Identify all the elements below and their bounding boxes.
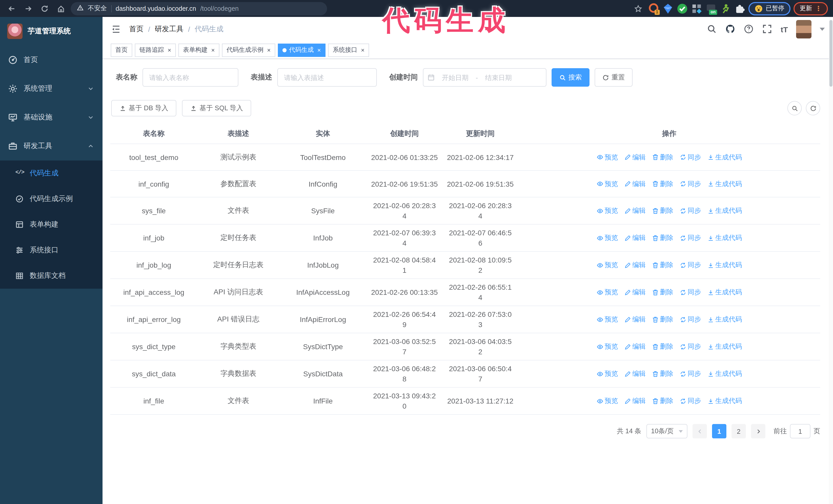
font-size-icon[interactable]: tT	[781, 25, 788, 33]
preview-link[interactable]: 预览	[596, 369, 618, 378]
extension-check-icon[interactable]	[677, 2, 688, 15]
generate-code-link[interactable]: 生成代码	[707, 206, 742, 215]
delete-link[interactable]: 删除	[652, 342, 673, 351]
sidebar-item-home[interactable]: 首页	[0, 46, 102, 74]
prev-page-button[interactable]	[693, 424, 707, 438]
tab-home[interactable]: 首页	[111, 43, 132, 57]
table-row[interactable]: inf_api_access_log API 访问日志表 InfApiAcces…	[110, 279, 820, 306]
sidebar-item-db-doc[interactable]: 数据库文档	[0, 263, 102, 289]
browser-update-pill[interactable]: 更新 ⋮	[793, 2, 828, 15]
table-row[interactable]: tool_test_demo 测试示例表 ToolTestDemo 2021-0…	[110, 144, 820, 171]
tab-codegen[interactable]: 代码生成 ×	[278, 43, 326, 57]
table-row[interactable]: sys_file 文件表 SysFile 2021-02-06 20:28:3 …	[110, 197, 820, 224]
generate-code-link[interactable]: 生成代码	[707, 288, 742, 297]
home-icon[interactable]	[54, 2, 68, 15]
close-icon[interactable]: ×	[317, 47, 321, 53]
extension-on-icon[interactable]: on	[705, 2, 717, 15]
forward-icon[interactable]	[22, 2, 35, 15]
sync-link[interactable]: 同步	[680, 261, 701, 270]
page-button-1[interactable]: 1	[712, 424, 727, 438]
edit-link[interactable]: 编辑	[624, 396, 646, 406]
page-scrollbar[interactable]	[829, 17, 833, 504]
delete-link[interactable]: 删除	[652, 288, 673, 297]
delete-link[interactable]: 删除	[652, 315, 673, 324]
delete-link[interactable]: 删除	[652, 179, 673, 188]
search-icon[interactable]	[707, 24, 717, 34]
table-name-input[interactable]	[143, 68, 238, 87]
edit-link[interactable]: 编辑	[624, 369, 646, 378]
scrollbar-thumb[interactable]	[829, 20, 832, 87]
delete-link[interactable]: 删除	[652, 206, 673, 215]
breadcrumb-devtools[interactable]: 研发工具	[155, 25, 184, 34]
start-date-input[interactable]	[437, 74, 474, 81]
sidebar-item-system[interactable]: 系统管理	[0, 74, 102, 103]
edit-link[interactable]: 编辑	[624, 233, 646, 242]
table-row[interactable]: sys_dict_data 字典数据表 SysDictData 2021-03-…	[110, 360, 820, 388]
edit-link[interactable]: 编辑	[624, 152, 646, 162]
tab-tracing[interactable]: 链路追踪 ×	[135, 43, 176, 57]
reset-button[interactable]: 重置	[595, 68, 633, 87]
import-db-button[interactable]: 基于 DB 导入	[111, 100, 176, 116]
table-row[interactable]: sys_dict_type 字典类型表 SysDictType 2021-03-…	[110, 333, 820, 360]
sync-link[interactable]: 同步	[680, 233, 701, 242]
goto-page-input[interactable]	[790, 424, 810, 438]
tab-form-builder[interactable]: 表单构建 ×	[178, 43, 219, 57]
extension-oclock-icon[interactable]: 1	[648, 2, 659, 15]
table-row[interactable]: inf_file 文件表 InfFile 2021-03-13 09:43:2 …	[110, 388, 820, 415]
preview-link[interactable]: 预览	[596, 179, 618, 188]
sync-link[interactable]: 同步	[680, 369, 701, 378]
preview-link[interactable]: 预览	[596, 288, 618, 297]
close-icon[interactable]: ×	[267, 47, 271, 53]
sync-link[interactable]: 同步	[680, 152, 701, 162]
reload-icon[interactable]	[38, 2, 51, 15]
preview-link[interactable]: 预览	[596, 261, 618, 270]
generate-code-link[interactable]: 生成代码	[707, 261, 742, 270]
sync-link[interactable]: 同步	[680, 179, 701, 188]
edit-link[interactable]: 编辑	[624, 261, 646, 270]
delete-link[interactable]: 删除	[652, 261, 673, 270]
bookmark-star-icon[interactable]	[632, 2, 645, 15]
preview-link[interactable]: 预览	[596, 206, 618, 215]
table-row[interactable]: inf_api_error_log API 错误日志 InfApiErrorLo…	[110, 306, 820, 333]
sidebar-item-infra[interactable]: 基础设施	[0, 103, 102, 132]
sync-link[interactable]: 同步	[680, 206, 701, 215]
address-bar[interactable]: 不安全 dashboard.yudao.iocoder.cn/tool/code…	[71, 2, 327, 15]
generate-code-link[interactable]: 生成代码	[707, 342, 742, 351]
avatar-caret-icon[interactable]	[820, 28, 825, 31]
generate-code-link[interactable]: 生成代码	[707, 315, 742, 324]
extension-grid-icon[interactable]	[691, 2, 702, 15]
sync-link[interactable]: 同步	[680, 288, 701, 297]
edit-link[interactable]: 编辑	[624, 206, 646, 215]
preview-link[interactable]: 预览	[596, 233, 618, 242]
table-row[interactable]: inf_job 定时任务表 InfJob 2021-02-07 06:39:3 …	[110, 224, 820, 252]
page-size-select[interactable]: 10条/页	[646, 424, 687, 438]
breadcrumb-home[interactable]: 首页	[129, 25, 144, 34]
generate-code-link[interactable]: 生成代码	[707, 369, 742, 378]
delete-link[interactable]: 删除	[652, 233, 673, 242]
tab-codegen-example[interactable]: 代码生成示例 ×	[222, 43, 275, 57]
sync-link[interactable]: 同步	[680, 315, 701, 324]
browser-menu-icon[interactable]: ⋮	[815, 5, 822, 12]
search-button[interactable]: 搜索	[552, 68, 590, 87]
extension-gem-icon[interactable]	[662, 2, 673, 15]
close-icon[interactable]: ×	[168, 47, 171, 53]
preview-link[interactable]: 预览	[596, 396, 618, 406]
recorder-paused-pill[interactable]: 已暂停	[748, 2, 790, 15]
edit-link[interactable]: 编辑	[624, 315, 646, 324]
close-icon[interactable]: ×	[361, 47, 364, 53]
edit-link[interactable]: 编辑	[624, 342, 646, 351]
generate-code-link[interactable]: 生成代码	[707, 396, 742, 406]
next-page-button[interactable]	[751, 424, 765, 438]
help-icon[interactable]	[744, 24, 754, 34]
generate-code-link[interactable]: 生成代码	[707, 179, 742, 188]
refresh-table-button[interactable]	[806, 101, 820, 115]
back-icon[interactable]	[5, 2, 19, 15]
sidebar-item-codegen[interactable]: </> 代码生成	[0, 161, 102, 186]
preview-link[interactable]: 预览	[596, 342, 618, 351]
delete-link[interactable]: 删除	[652, 152, 673, 162]
sidebar-item-codegen-example[interactable]: 代码生成示例	[0, 186, 102, 212]
github-icon[interactable]	[725, 24, 736, 34]
edit-link[interactable]: 编辑	[624, 179, 646, 188]
preview-link[interactable]: 预览	[596, 152, 618, 162]
generate-code-link[interactable]: 生成代码	[707, 233, 742, 242]
